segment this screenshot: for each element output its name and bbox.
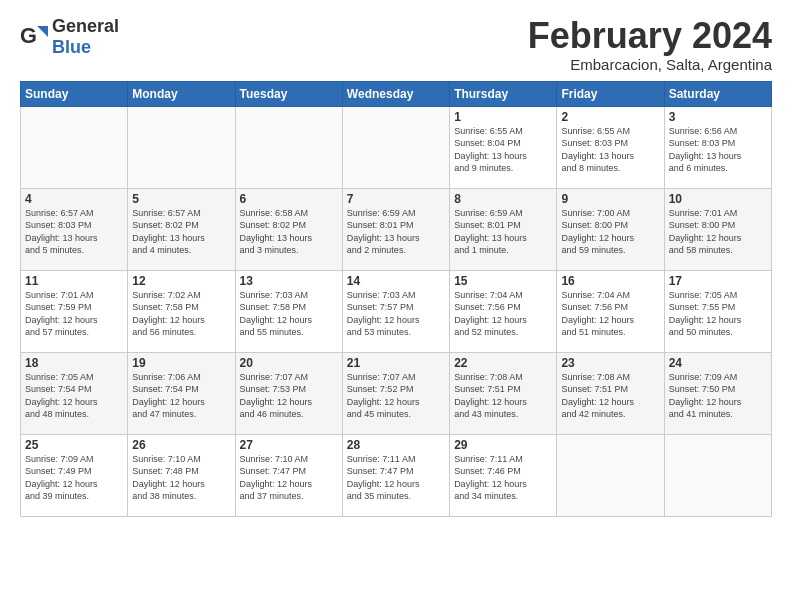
day-info: Sunrise: 7:02 AM Sunset: 7:58 PM Dayligh… <box>132 289 230 339</box>
calendar-cell: 23Sunrise: 7:08 AM Sunset: 7:51 PM Dayli… <box>557 352 664 434</box>
day-info: Sunrise: 6:58 AM Sunset: 8:02 PM Dayligh… <box>240 207 338 257</box>
day-number: 23 <box>561 356 659 370</box>
svg-marker-1 <box>37 26 48 37</box>
calendar-cell: 29Sunrise: 7:11 AM Sunset: 7:46 PM Dayli… <box>450 434 557 516</box>
day-number: 26 <box>132 438 230 452</box>
weekday-header-saturday: Saturday <box>664 81 771 106</box>
day-info: Sunrise: 7:03 AM Sunset: 7:57 PM Dayligh… <box>347 289 445 339</box>
day-info: Sunrise: 7:07 AM Sunset: 7:53 PM Dayligh… <box>240 371 338 421</box>
svg-text:G: G <box>20 23 37 48</box>
calendar-cell: 1Sunrise: 6:55 AM Sunset: 8:04 PM Daylig… <box>450 106 557 188</box>
day-info: Sunrise: 7:10 AM Sunset: 7:48 PM Dayligh… <box>132 453 230 503</box>
calendar-cell: 14Sunrise: 7:03 AM Sunset: 7:57 PM Dayli… <box>342 270 449 352</box>
logo-icon: G <box>20 23 48 51</box>
calendar-cell: 20Sunrise: 7:07 AM Sunset: 7:53 PM Dayli… <box>235 352 342 434</box>
calendar-cell: 8Sunrise: 6:59 AM Sunset: 8:01 PM Daylig… <box>450 188 557 270</box>
day-number: 25 <box>25 438 123 452</box>
calendar-cell: 13Sunrise: 7:03 AM Sunset: 7:58 PM Dayli… <box>235 270 342 352</box>
calendar-cell: 9Sunrise: 7:00 AM Sunset: 8:00 PM Daylig… <box>557 188 664 270</box>
calendar-cell: 21Sunrise: 7:07 AM Sunset: 7:52 PM Dayli… <box>342 352 449 434</box>
day-info: Sunrise: 6:57 AM Sunset: 8:03 PM Dayligh… <box>25 207 123 257</box>
week-row-3: 11Sunrise: 7:01 AM Sunset: 7:59 PM Dayli… <box>21 270 772 352</box>
day-info: Sunrise: 7:04 AM Sunset: 7:56 PM Dayligh… <box>561 289 659 339</box>
day-number: 4 <box>25 192 123 206</box>
calendar-table: SundayMondayTuesdayWednesdayThursdayFrid… <box>20 81 772 517</box>
calendar-cell <box>235 106 342 188</box>
day-number: 22 <box>454 356 552 370</box>
logo-text: General Blue <box>52 16 119 58</box>
day-info: Sunrise: 7:05 AM Sunset: 7:54 PM Dayligh… <box>25 371 123 421</box>
day-info: Sunrise: 6:56 AM Sunset: 8:03 PM Dayligh… <box>669 125 767 175</box>
day-info: Sunrise: 7:08 AM Sunset: 7:51 PM Dayligh… <box>561 371 659 421</box>
weekday-header-monday: Monday <box>128 81 235 106</box>
week-row-2: 4Sunrise: 6:57 AM Sunset: 8:03 PM Daylig… <box>21 188 772 270</box>
month-title: February 2024 <box>528 16 772 56</box>
day-info: Sunrise: 7:07 AM Sunset: 7:52 PM Dayligh… <box>347 371 445 421</box>
day-info: Sunrise: 6:57 AM Sunset: 8:02 PM Dayligh… <box>132 207 230 257</box>
day-number: 29 <box>454 438 552 452</box>
calendar-cell: 27Sunrise: 7:10 AM Sunset: 7:47 PM Dayli… <box>235 434 342 516</box>
week-row-4: 18Sunrise: 7:05 AM Sunset: 7:54 PM Dayli… <box>21 352 772 434</box>
day-number: 2 <box>561 110 659 124</box>
calendar-cell: 22Sunrise: 7:08 AM Sunset: 7:51 PM Dayli… <box>450 352 557 434</box>
day-number: 19 <box>132 356 230 370</box>
day-number: 27 <box>240 438 338 452</box>
calendar-cell <box>128 106 235 188</box>
weekday-header-tuesday: Tuesday <box>235 81 342 106</box>
day-number: 16 <box>561 274 659 288</box>
calendar-cell <box>664 434 771 516</box>
day-info: Sunrise: 7:09 AM Sunset: 7:49 PM Dayligh… <box>25 453 123 503</box>
day-number: 7 <box>347 192 445 206</box>
day-number: 13 <box>240 274 338 288</box>
calendar-cell: 28Sunrise: 7:11 AM Sunset: 7:47 PM Dayli… <box>342 434 449 516</box>
day-info: Sunrise: 7:10 AM Sunset: 7:47 PM Dayligh… <box>240 453 338 503</box>
day-number: 11 <box>25 274 123 288</box>
weekday-header-friday: Friday <box>557 81 664 106</box>
location-title: Embarcacion, Salta, Argentina <box>528 56 772 73</box>
page: G General Blue February 2024 Embarcacion… <box>0 0 792 612</box>
logo: G General Blue <box>20 16 119 58</box>
day-number: 24 <box>669 356 767 370</box>
weekday-header-thursday: Thursday <box>450 81 557 106</box>
day-info: Sunrise: 7:11 AM Sunset: 7:47 PM Dayligh… <box>347 453 445 503</box>
day-number: 1 <box>454 110 552 124</box>
day-info: Sunrise: 6:59 AM Sunset: 8:01 PM Dayligh… <box>347 207 445 257</box>
calendar-cell: 25Sunrise: 7:09 AM Sunset: 7:49 PM Dayli… <box>21 434 128 516</box>
day-info: Sunrise: 7:00 AM Sunset: 8:00 PM Dayligh… <box>561 207 659 257</box>
calendar-cell: 10Sunrise: 7:01 AM Sunset: 8:00 PM Dayli… <box>664 188 771 270</box>
calendar-cell <box>21 106 128 188</box>
calendar-cell: 6Sunrise: 6:58 AM Sunset: 8:02 PM Daylig… <box>235 188 342 270</box>
day-info: Sunrise: 7:06 AM Sunset: 7:54 PM Dayligh… <box>132 371 230 421</box>
weekday-header-sunday: Sunday <box>21 81 128 106</box>
calendar-cell: 3Sunrise: 6:56 AM Sunset: 8:03 PM Daylig… <box>664 106 771 188</box>
calendar-cell: 4Sunrise: 6:57 AM Sunset: 8:03 PM Daylig… <box>21 188 128 270</box>
calendar-cell: 12Sunrise: 7:02 AM Sunset: 7:58 PM Dayli… <box>128 270 235 352</box>
calendar-cell: 5Sunrise: 6:57 AM Sunset: 8:02 PM Daylig… <box>128 188 235 270</box>
calendar-cell: 19Sunrise: 7:06 AM Sunset: 7:54 PM Dayli… <box>128 352 235 434</box>
day-info: Sunrise: 7:03 AM Sunset: 7:58 PM Dayligh… <box>240 289 338 339</box>
day-info: Sunrise: 6:59 AM Sunset: 8:01 PM Dayligh… <box>454 207 552 257</box>
weekday-header-row: SundayMondayTuesdayWednesdayThursdayFrid… <box>21 81 772 106</box>
day-number: 14 <box>347 274 445 288</box>
day-info: Sunrise: 7:09 AM Sunset: 7:50 PM Dayligh… <box>669 371 767 421</box>
title-section: February 2024 Embarcacion, Salta, Argent… <box>528 16 772 73</box>
day-info: Sunrise: 7:05 AM Sunset: 7:55 PM Dayligh… <box>669 289 767 339</box>
calendar-cell: 26Sunrise: 7:10 AM Sunset: 7:48 PM Dayli… <box>128 434 235 516</box>
weekday-header-wednesday: Wednesday <box>342 81 449 106</box>
logo-blue: Blue <box>52 37 91 57</box>
calendar-cell: 2Sunrise: 6:55 AM Sunset: 8:03 PM Daylig… <box>557 106 664 188</box>
week-row-1: 1Sunrise: 6:55 AM Sunset: 8:04 PM Daylig… <box>21 106 772 188</box>
calendar-cell <box>342 106 449 188</box>
day-number: 28 <box>347 438 445 452</box>
calendar-cell <box>557 434 664 516</box>
day-number: 5 <box>132 192 230 206</box>
day-number: 17 <box>669 274 767 288</box>
day-number: 18 <box>25 356 123 370</box>
day-number: 15 <box>454 274 552 288</box>
day-info: Sunrise: 7:04 AM Sunset: 7:56 PM Dayligh… <box>454 289 552 339</box>
day-number: 10 <box>669 192 767 206</box>
calendar-cell: 11Sunrise: 7:01 AM Sunset: 7:59 PM Dayli… <box>21 270 128 352</box>
day-info: Sunrise: 7:01 AM Sunset: 8:00 PM Dayligh… <box>669 207 767 257</box>
week-row-5: 25Sunrise: 7:09 AM Sunset: 7:49 PM Dayli… <box>21 434 772 516</box>
day-info: Sunrise: 6:55 AM Sunset: 8:04 PM Dayligh… <box>454 125 552 175</box>
